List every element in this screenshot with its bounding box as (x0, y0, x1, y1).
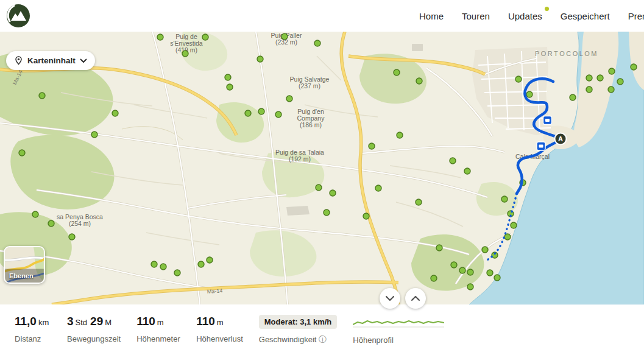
poi-highlight-dot[interactable] (511, 222, 517, 228)
poi-highlight-dot[interactable] (91, 132, 97, 138)
poi-highlight-dot[interactable] (501, 196, 508, 202)
info-icon[interactable]: ⓘ (319, 335, 327, 344)
poi-highlight-dot[interactable] (207, 257, 213, 263)
top-nav-bar: Home Touren Updates Gespeichert Premium (0, 0, 644, 32)
collapse-panel-button[interactable] (380, 288, 400, 309)
poi-highlight-dot[interactable] (609, 68, 615, 74)
poi-highlight-dot[interactable] (570, 94, 576, 100)
poi-highlight-dot[interactable] (482, 247, 488, 253)
poi-highlight-dot[interactable] (330, 190, 336, 196)
stat-geschwindigkeit: Moderat: 3,1 km/h Geschwindigkeit ⓘ (259, 315, 338, 345)
poi-highlight-dot[interactable] (324, 209, 330, 216)
nav-touren[interactable]: Touren (462, 11, 490, 21)
poi-highlight-dot[interactable] (397, 132, 403, 138)
poi-highlight-dot[interactable] (375, 185, 381, 191)
poi-highlight-dot[interactable] (586, 86, 592, 93)
poi-highlight-dot[interactable] (487, 270, 493, 276)
poi-highlight-dot[interactable] (19, 150, 25, 156)
moving-time-hours: 3 (67, 315, 74, 328)
expand-panel-button[interactable] (405, 288, 426, 309)
moving-time-label: Bewegungszeit (67, 334, 121, 343)
poi-highlight-dot[interactable] (459, 267, 465, 273)
poi-highlight-dot[interactable] (182, 51, 188, 57)
poi-highlight-dot[interactable] (160, 264, 166, 270)
nav-updates-label: Updates (508, 11, 542, 21)
poi-highlight-dot[interactable] (451, 262, 457, 268)
poi-highlight-dot[interactable] (258, 108, 264, 114)
poi-highlight-dot[interactable] (314, 40, 320, 46)
poi-highlight-dot[interactable] (69, 234, 75, 240)
poi-highlight-dot[interactable] (275, 111, 281, 118)
poi-highlight-dot[interactable] (394, 69, 400, 76)
tour-stats-bar: 11,0km Distanz 3Std29M Bewegungszeit 110… (0, 304, 644, 355)
poi-highlight-dot[interactable] (515, 76, 522, 82)
poi-highlight-dot[interactable] (597, 75, 603, 81)
poi-highlight-dot[interactable] (39, 93, 45, 99)
poi-highlight-dot[interactable] (202, 34, 208, 40)
map-content-button[interactable]: Karteninhalt (6, 51, 95, 70)
poi-highlight-dot[interactable] (494, 275, 500, 281)
poi-highlight-dot[interactable] (32, 211, 38, 217)
poi-highlight-dot[interactable] (48, 220, 54, 227)
poi-highlight-dot[interactable] (257, 56, 263, 62)
waypoint-badge-2[interactable] (537, 142, 545, 150)
elevation-loss-value: 110 (196, 315, 215, 328)
main-nav: Home Touren Updates Gespeichert Premium (419, 0, 644, 32)
nav-premium[interactable]: Premium (628, 11, 644, 21)
poi-highlight-dot[interactable] (608, 86, 614, 93)
poi-highlight-dot[interactable] (526, 91, 533, 97)
poi-highlight-dot[interactable] (617, 79, 623, 85)
peak-label: Puig d'enCompany(186 m) (297, 108, 325, 128)
poi-highlight-dot[interactable] (316, 185, 322, 191)
poi-highlight-dot[interactable] (369, 143, 375, 149)
poi-highlight-dot[interactable] (245, 110, 251, 116)
map-content-label: Karteninhalt (27, 56, 76, 65)
town-label: PORTOCOLOM (535, 50, 598, 57)
nav-gespeichert[interactable]: Gespeichert (561, 11, 610, 21)
poi-highlight-dot[interactable] (112, 110, 118, 116)
distance-label: Distanz (15, 334, 51, 343)
elevation-gain-value: 110 (136, 315, 155, 328)
komoot-app: Home Touren Updates Gespeichert Premium (0, 0, 644, 355)
elevation-gain-label: Höhenmeter (136, 334, 180, 343)
poi-highlight-dot[interactable] (450, 158, 456, 164)
distance-unit: km (38, 318, 49, 327)
poi-highlight-dot[interactable] (586, 75, 592, 81)
moving-time-minutes: 29 (90, 315, 103, 328)
svg-text:A: A (558, 135, 563, 142)
poi-highlight-dot[interactable] (174, 270, 180, 276)
poi-highlight-dot[interactable] (436, 245, 442, 251)
poi-highlight-dot[interactable] (363, 213, 369, 219)
poi-highlight-dot[interactable] (467, 269, 473, 275)
poi-highlight-dot[interactable] (227, 84, 233, 90)
elevation-profile-label: Höhenprofil (353, 336, 444, 345)
route-start-marker[interactable]: A (555, 133, 567, 145)
poi-highlight-dot[interactable] (157, 34, 163, 40)
speed-badge: Moderat: 3,1 km/h (259, 315, 338, 329)
poi-highlight-dot[interactable] (225, 74, 231, 80)
komoot-logo[interactable] (6, 4, 30, 28)
stat-hoehenprofil[interactable]: Höhenprofil (353, 315, 444, 345)
poi-highlight-dot[interactable] (631, 64, 637, 70)
nav-home[interactable]: Home (419, 11, 444, 21)
map-canvas[interactable]: Puig des'Envestida(419 m)Puig Paller(232… (0, 32, 644, 304)
poi-highlight-dot[interactable] (416, 78, 422, 84)
elevation-loss-unit: m (217, 318, 224, 327)
distance-value: 11,0 (15, 315, 37, 328)
map-graphics: Puig des'Envestida(419 m)Puig Paller(232… (0, 32, 644, 304)
poi-highlight-dot[interactable] (151, 261, 157, 267)
poi-highlight-dot[interactable] (431, 275, 437, 281)
poi-highlight-dot[interactable] (464, 168, 470, 174)
stat-bewegungszeit: 3Std29M Bewegungszeit (67, 315, 121, 343)
waypoint-badge-1[interactable] (543, 116, 552, 125)
stat-hoehenmeter: 110m Höhenmeter (136, 315, 180, 343)
speed-label: Geschwindigkeit (259, 335, 317, 344)
poi-highlight-dot[interactable] (416, 199, 422, 205)
poi-highlight-dot[interactable] (504, 234, 511, 240)
poi-highlight-dot[interactable] (281, 33, 288, 40)
poi-highlight-dot[interactable] (467, 284, 473, 290)
layers-button[interactable]: Ebenen (4, 246, 45, 284)
nav-updates[interactable]: Updates (508, 11, 542, 21)
poi-highlight-dot[interactable] (286, 96, 292, 102)
poi-highlight-dot[interactable] (198, 261, 204, 267)
